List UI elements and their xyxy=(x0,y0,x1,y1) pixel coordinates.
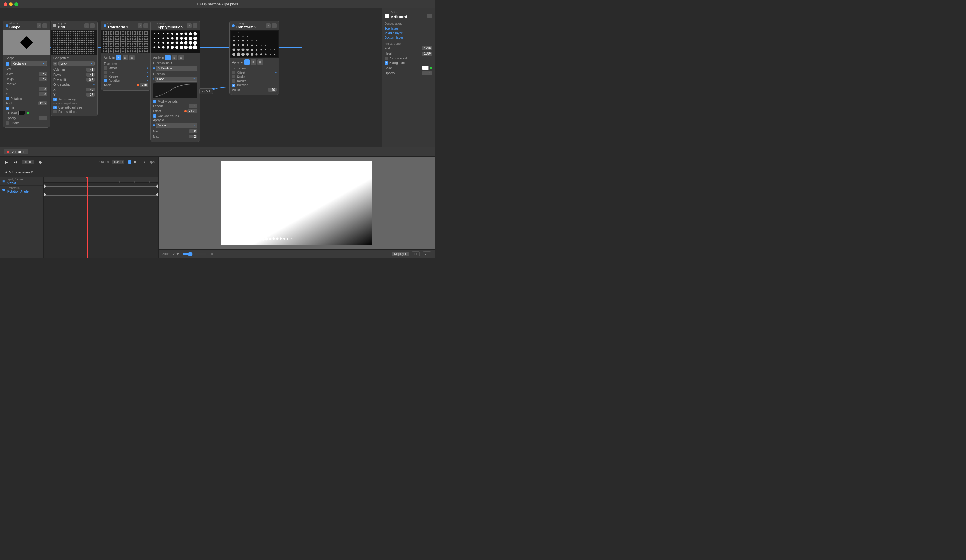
t2-resize-cb[interactable] xyxy=(232,79,235,83)
play-button[interactable]: ▶ xyxy=(3,160,9,164)
apply-grid-btn[interactable]: ⊞ xyxy=(172,55,177,61)
align-cb[interactable] xyxy=(384,57,388,60)
stroke-check[interactable]: Stroke xyxy=(6,121,47,124)
prev-button[interactable]: ⏮ xyxy=(12,160,18,164)
close-button[interactable] xyxy=(3,2,7,6)
transform1-badge-check[interactable]: ✓ xyxy=(138,23,143,28)
t2-offset-plus[interactable]: + xyxy=(275,71,276,74)
time-display[interactable]: 01:16 xyxy=(22,160,34,164)
apply-scale-dropdown[interactable]: Scale ▼ xyxy=(156,123,197,128)
t2-offset-cb[interactable] xyxy=(232,71,235,74)
transform2-apply-all[interactable]: ▦ xyxy=(258,59,263,65)
shape-type-dropdown[interactable]: Rectangle ▼ xyxy=(11,61,47,66)
artboard-height-val[interactable]: 1080 xyxy=(422,52,432,56)
track-1-keyframe-start[interactable] xyxy=(44,193,46,196)
fit-window-button[interactable]: ⊡ xyxy=(412,251,420,257)
apply-badge-check[interactable]: ✓ xyxy=(187,23,192,28)
background-cb[interactable]: ✓ xyxy=(384,61,388,65)
modify-periods-cb[interactable]: ✓ xyxy=(153,100,156,103)
fill-checkbox[interactable]: ✓ xyxy=(6,106,9,110)
apply-all-btn[interactable]: ▦ xyxy=(178,55,184,61)
t2-scale-plus[interactable]: + xyxy=(275,75,276,79)
color-swatch[interactable] xyxy=(422,66,429,70)
track-0-keyframe-start[interactable] xyxy=(44,184,46,188)
transform2-apply-single[interactable]: • xyxy=(244,59,250,65)
t2-rotation-check[interactable]: ✓ Rotation + xyxy=(232,84,276,87)
use-artboard-checkbox[interactable]: ✓ xyxy=(53,106,57,109)
grid-spacing-plus[interactable]: + xyxy=(93,83,95,86)
rotation-checkbox[interactable]: ✓ xyxy=(6,97,9,100)
shape-badge-check[interactable]: ✓ xyxy=(36,23,41,28)
shape-badge-more[interactable]: ••• xyxy=(42,23,47,28)
t1-rotation-cb[interactable]: ✓ xyxy=(104,79,107,82)
shape-height-val[interactable]: 26 xyxy=(39,77,47,81)
t1-angle-val[interactable]: -10 xyxy=(140,83,148,87)
display-button[interactable]: Display ▾ xyxy=(391,252,409,256)
func-dropdown[interactable]: Ease ▼ xyxy=(155,77,197,82)
grid-columns-val[interactable]: 41 xyxy=(86,67,95,72)
animation-tab[interactable]: Animation xyxy=(3,149,28,154)
fill-color-swatch[interactable] xyxy=(18,111,25,115)
cap-end-check[interactable]: ✓ Cap end values xyxy=(153,115,197,118)
stroke-checkbox[interactable] xyxy=(6,121,9,124)
t2-resize-plus[interactable]: + xyxy=(275,80,276,83)
track-1-keyframe-end[interactable] xyxy=(156,193,158,196)
bottom-layer-link[interactable]: Bottom layer xyxy=(384,36,432,39)
opacity-val[interactable]: 1 xyxy=(422,71,432,75)
t1-rotation-plus[interactable]: + xyxy=(147,79,148,82)
shape-y-val[interactable]: 0 xyxy=(39,92,47,96)
transform2-badge-more[interactable]: ••• xyxy=(272,23,276,28)
apply-badge-more[interactable]: ••• xyxy=(192,23,197,28)
transform1-apply-single[interactable]: • xyxy=(116,55,122,61)
grid-badge-more[interactable]: ••• xyxy=(90,23,95,28)
shape-rotation-check[interactable]: ✓ Rotation xyxy=(6,97,47,100)
max-val[interactable]: 2 xyxy=(189,134,197,139)
t1-resize-cb[interactable] xyxy=(104,75,107,78)
shape-x-val[interactable]: 0 xyxy=(39,87,47,91)
transform1-apply-all[interactable]: ▦ xyxy=(129,55,135,61)
t1-scale-cb[interactable] xyxy=(104,70,107,74)
t1-resize-plus[interactable]: + xyxy=(147,75,148,78)
artboard-width-val[interactable]: 1920 xyxy=(422,46,432,51)
min-val[interactable]: 0 xyxy=(189,129,197,133)
grid-badge-check[interactable]: ✓ xyxy=(84,23,89,28)
shape-width-val[interactable]: 26 xyxy=(39,72,47,76)
middle-layer-link[interactable]: Middle layer xyxy=(384,31,432,35)
shape-angle-val[interactable]: 49.5 xyxy=(38,102,47,105)
maximize-button[interactable] xyxy=(15,2,18,6)
top-layer-link[interactable]: Top layer xyxy=(384,26,432,30)
track-0-keyframe-end[interactable] xyxy=(156,184,158,188)
shape-fill-check[interactable]: ✓ Fill xyxy=(6,106,47,110)
t1-rotation-check[interactable]: ✓ Rotation + xyxy=(104,79,148,82)
transform2-apply-grid[interactable]: ⊞ xyxy=(251,59,256,65)
fit-button[interactable]: Fit xyxy=(210,252,213,255)
grid-sy-val[interactable]: 27 xyxy=(86,93,95,97)
cap-end-cb[interactable]: ✓ xyxy=(153,115,156,118)
loop-cb[interactable]: ✓ xyxy=(128,160,131,164)
func-input-dropdown[interactable]: Y Position ▼ xyxy=(156,66,197,71)
minimize-button[interactable] xyxy=(9,2,13,6)
grid-rowshift-val[interactable]: 0.5 xyxy=(86,78,95,82)
next-button[interactable]: ⏭ xyxy=(38,160,44,164)
duration-display[interactable]: 03:00 xyxy=(112,160,124,164)
zoom-slider[interactable] xyxy=(182,252,207,257)
grid-rows-val[interactable]: 41 xyxy=(86,73,95,77)
offset-val[interactable]: -0.21 xyxy=(187,109,197,113)
auto-spacing-check[interactable]: ✓ Auto spacing xyxy=(53,98,95,101)
add-animation-button[interactable]: + Add animation ▾ xyxy=(2,169,156,175)
t2-scale-cb[interactable] xyxy=(232,75,235,79)
grid-type-dropdown[interactable]: Brick ▼ xyxy=(58,61,95,66)
extra-settings-checkbox[interactable] xyxy=(53,110,57,113)
t2-angle-val[interactable]: 10 xyxy=(268,88,276,92)
t1-scale-plus[interactable]: + xyxy=(147,71,148,74)
transform2-badge-check[interactable]: ✓ xyxy=(266,23,271,28)
transform1-apply-grid[interactable]: ⊞ xyxy=(123,55,128,61)
output-badge-more[interactable]: ••• xyxy=(427,13,432,18)
periods-val[interactable]: 1 xyxy=(189,104,197,108)
extra-settings-check[interactable]: Extra settings xyxy=(53,110,95,113)
grid-sx-val[interactable]: 48 xyxy=(86,87,95,92)
t2-rotation-cb[interactable]: ✓ xyxy=(232,84,235,87)
auto-spacing-checkbox[interactable]: ✓ xyxy=(53,98,57,101)
t1-offset-plus[interactable]: + xyxy=(147,67,148,70)
t1-offset-cb[interactable] xyxy=(104,66,107,70)
